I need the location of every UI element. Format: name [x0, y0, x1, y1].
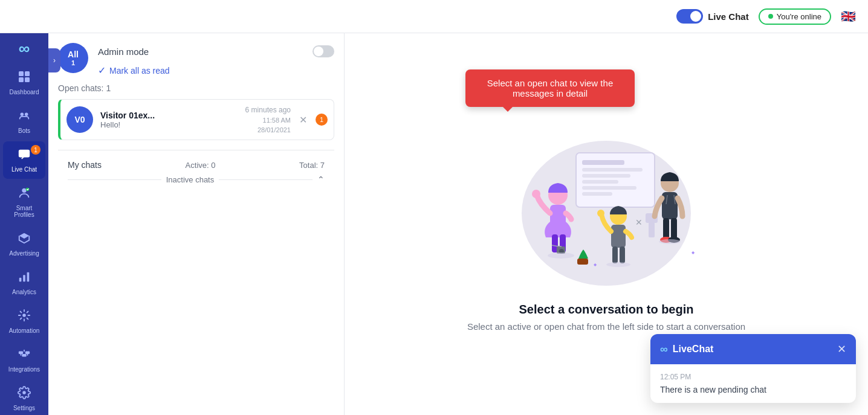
online-dot-icon: [768, 14, 773, 19]
svg-point-34: [597, 210, 604, 217]
illustration-area: ✕ ⬥ ⬥: [491, 117, 721, 288]
svg-point-5: [25, 112, 28, 116]
svg-point-48: [659, 239, 681, 244]
svg-rect-23: [582, 186, 636, 190]
all-tab-count: 1: [71, 59, 75, 66]
inactive-chats-section: Inactive chats ⌃: [68, 175, 325, 184]
all-tab-label: All: [68, 50, 79, 59]
sidebar-item-automation[interactable]: Automation: [3, 303, 45, 340]
bots-label: Bots: [18, 127, 30, 134]
collapse-inactive-button[interactable]: ⌃: [317, 175, 325, 184]
svg-text:⬥: ⬥: [691, 248, 695, 256]
sidebar-item-bots[interactable]: Bots: [3, 103, 45, 140]
svg-point-47: [606, 262, 630, 267]
svg-rect-2: [19, 77, 24, 82]
sidebar-item-analytics[interactable]: Analytics: [3, 264, 45, 301]
inactive-divider-right: [219, 179, 313, 180]
svg-rect-11: [27, 272, 30, 282]
chat-item[interactable]: V0 Visitor 01ex... Hello! 6 minutes ago …: [58, 99, 334, 140]
left-panel: All 1 Admin mode ✓ Mark all as read Open…: [48, 33, 345, 415]
chat-avatar: V0: [66, 106, 93, 133]
my-chats-label: My chats: [68, 160, 102, 170]
collapse-sidebar-button[interactable]: ›: [48, 48, 60, 72]
livechat-notification[interactable]: ∞ LiveChat ✕ 12:05 PM There is a new pen…: [650, 334, 856, 403]
tooltip-bubble: Select an open chat to view the messages…: [465, 69, 635, 107]
svg-rect-21: [582, 174, 630, 178]
sidebar-logo[interactable]: ∞: [9, 39, 39, 58]
dashboard-label: Dashboard: [10, 89, 39, 95]
live-chat-sidebar-label: Live Chat: [11, 166, 37, 173]
advertising-icon: [18, 231, 31, 248]
illustration-svg: ✕ ⬥ ⬥: [491, 117, 721, 286]
svg-point-29: [532, 190, 540, 198]
notif-logo-icon: ∞: [660, 343, 668, 356]
notif-header: ∞ LiveChat ✕: [650, 334, 856, 364]
svg-rect-39: [663, 218, 669, 239]
sidebar-item-advertising[interactable]: Advertising: [3, 225, 45, 263]
svg-text:✕: ✕: [635, 217, 643, 227]
notif-title-row: ∞ LiveChat: [660, 343, 713, 356]
chat-time: 11:58 AM: [263, 117, 291, 124]
sidebar-item-smart-profiles[interactable]: Smart Profiles: [3, 180, 45, 224]
smart-profiles-icon: [18, 186, 31, 202]
chat-list-area: Open chats: 1 V0 Visitor 01ex... Hello! …: [48, 76, 344, 415]
admin-mode-label: Admin mode: [98, 47, 149, 57]
admin-mode-toggle[interactable]: [313, 45, 334, 57]
svg-rect-36: [620, 246, 625, 263]
my-chats-area: My chats Active: 0 Total: 7 Inactive cha…: [58, 160, 334, 184]
chat-preview: Hello!: [100, 120, 238, 129]
svg-text:⬥: ⬥: [593, 260, 597, 268]
notif-message: There is a new pending chat: [660, 385, 846, 394]
tooltip-text: Select an open chat to view the messages…: [487, 78, 613, 98]
analytics-label: Analytics: [12, 289, 36, 295]
sidebar-item-integrations[interactable]: Integrations: [3, 341, 45, 379]
svg-point-4: [21, 112, 24, 116]
svg-rect-38: [662, 192, 678, 219]
svg-rect-40: [671, 218, 677, 239]
dashboard-icon: [18, 70, 31, 86]
all-tab[interactable]: All 1: [58, 43, 88, 73]
conversation-title: Select a conversation to begin: [519, 303, 694, 317]
sidebar-item-live-chat[interactable]: 1 Live Chat: [3, 141, 45, 179]
live-chat-top-label: Live Chat: [708, 11, 749, 22]
svg-rect-35: [612, 246, 618, 263]
total-count: Total: 7: [299, 161, 325, 170]
live-chat-badge: 1: [31, 145, 40, 155]
svg-point-16: [22, 391, 26, 394]
svg-rect-10: [23, 275, 25, 281]
chat-close-button[interactable]: ✕: [298, 113, 308, 127]
settings-label: Settings: [13, 405, 35, 411]
main-content-area: Select an open chat to view the messages…: [345, 33, 868, 415]
notif-body: 12:05 PM There is a new pending chat: [650, 364, 856, 403]
open-chats-header: Open chats: 1: [58, 83, 334, 93]
mark-all-read-label: Mark all as read: [109, 66, 170, 76]
sidebar-item-settings[interactable]: Settings: [3, 380, 45, 415]
unread-badge: 1: [316, 114, 328, 126]
my-chats-header: My chats Active: 0 Total: 7: [68, 160, 325, 170]
svg-rect-20: [582, 168, 643, 172]
language-flag-icon[interactable]: 🇬🇧: [841, 9, 856, 24]
online-status-text: You're online: [777, 12, 821, 21]
chat-name: Visitor 01ex...: [100, 111, 238, 120]
svg-point-7: [22, 188, 26, 193]
mark-all-read-button[interactable]: ✓ Mark all as read: [98, 65, 334, 76]
inactive-divider-left: [68, 179, 161, 180]
live-chat-switch[interactable]: [676, 9, 703, 24]
top-bar: Live Chat You're online 🇬🇧: [0, 0, 868, 33]
online-status-badge[interactable]: You're online: [759, 8, 831, 25]
notif-close-button[interactable]: ✕: [837, 343, 846, 356]
chat-meta: 6 minutes ago 11:58 AM 28/01/2021: [245, 106, 291, 134]
panel-top-area: All 1 Admin mode ✓ Mark all as read: [48, 33, 344, 76]
integrations-icon: [18, 347, 31, 364]
svg-rect-19: [582, 160, 624, 165]
automation-label: Automation: [9, 327, 40, 334]
sidebar-item-dashboard[interactable]: Dashboard: [3, 64, 45, 101]
checkmark-icon: ✓: [98, 65, 106, 76]
svg-rect-1: [25, 71, 30, 76]
svg-rect-9: [19, 278, 22, 281]
notif-time: 12:05 PM: [660, 373, 846, 381]
automation-icon: [18, 309, 31, 325]
chat-date: 28/01/2021: [257, 126, 291, 134]
svg-rect-45: [577, 259, 588, 265]
notif-title: LiveChat: [673, 344, 714, 355]
